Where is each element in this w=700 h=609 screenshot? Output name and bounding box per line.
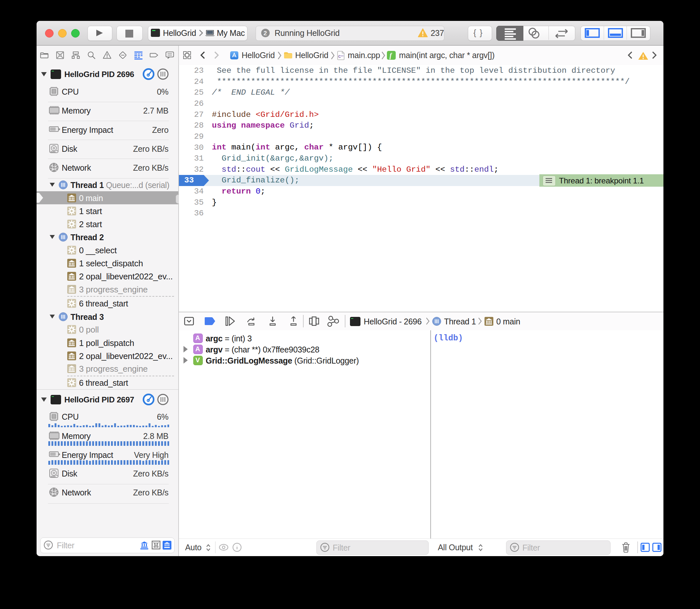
svg-text:++: ++ <box>341 55 343 57</box>
svg-text:C: C <box>338 54 341 58</box>
